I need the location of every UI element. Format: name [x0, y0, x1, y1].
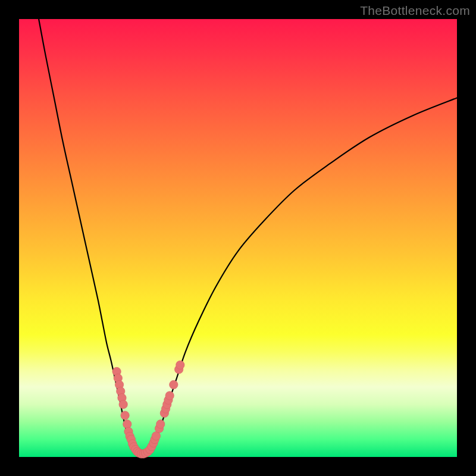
data-marker — [121, 411, 129, 419]
data-marker — [165, 392, 174, 400]
chart-frame: TheBottleneck.com — [0, 0, 476, 476]
data-marker — [123, 420, 131, 428]
marker-cluster — [112, 361, 184, 458]
data-marker — [170, 380, 178, 389]
watermark-text: TheBottleneck.com — [360, 4, 470, 18]
data-marker — [176, 361, 184, 369]
curve-path — [39, 19, 457, 455]
data-marker — [156, 420, 165, 428]
bottleneck-curve — [39, 19, 457, 455]
data-marker — [119, 400, 127, 408]
plot-area — [19, 19, 457, 457]
chart-svg — [19, 19, 457, 457]
